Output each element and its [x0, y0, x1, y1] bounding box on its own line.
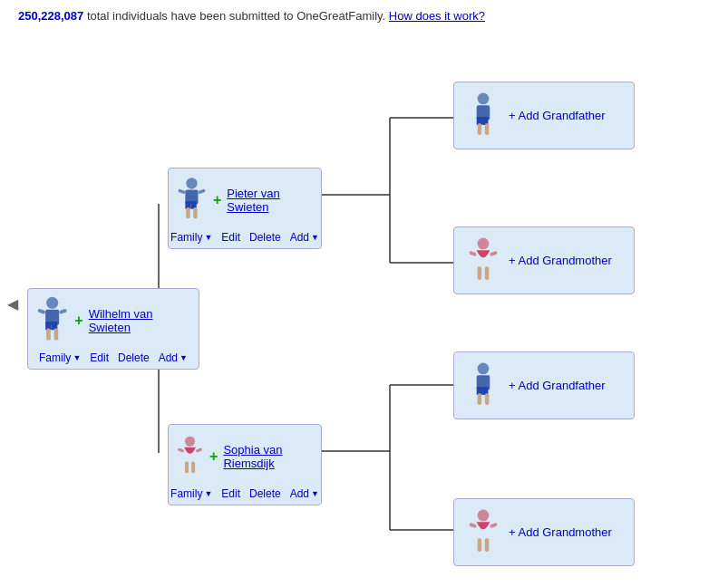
svg-rect-48 [485, 393, 490, 405]
wilhelm-figure [34, 294, 71, 347]
wilhelm-delete[interactable]: Delete [118, 351, 150, 364]
svg-point-19 [186, 178, 197, 188]
add-grandfather2-link[interactable]: + Add Grandfather [509, 379, 606, 392]
svg-rect-25 [178, 188, 186, 194]
family-tree: ◀ + Wilhelm van Swieten [0, 27, 728, 580]
svg-rect-42 [490, 250, 498, 255]
wilhelm-name[interactable]: Wilhelm van Swieten [89, 307, 191, 334]
pieter-card: + Pieter van Swieten Family ▼ Edit Delet… [168, 168, 322, 249]
add-grandmother2-box: + Add Grandmother [453, 498, 635, 566]
svg-rect-28 [185, 462, 189, 474]
sophia-edit[interactable]: Edit [221, 487, 240, 500]
individual-count: 250,228,087 [18, 9, 83, 23]
sophia-figure [174, 430, 206, 483]
add-grandmother1-link[interactable]: + Add Grandmother [509, 254, 612, 267]
pieter-family-dropdown[interactable]: Family ▼ [170, 231, 212, 244]
wilhelm-add-dropdown[interactable]: Add ▼ [159, 351, 188, 364]
grandmother2-figure [465, 506, 501, 559]
add-grandfather1-box: + Add Grandfather [453, 82, 635, 149]
svg-rect-24 [193, 207, 197, 218]
svg-rect-17 [37, 309, 45, 314]
svg-rect-52 [469, 522, 477, 527]
pieter-delete[interactable]: Delete [249, 231, 281, 244]
wilhelm-plus[interactable]: + [74, 313, 83, 329]
wilhelm-add-arrow: ▼ [180, 353, 188, 362]
pieter-edit[interactable]: Edit [221, 231, 240, 244]
svg-rect-29 [191, 462, 195, 474]
scroll-left-arrow[interactable]: ◀ [7, 295, 18, 313]
svg-rect-16 [54, 328, 59, 340]
svg-rect-36 [478, 123, 482, 135]
wilhelm-family-arrow: ▼ [73, 353, 81, 362]
add-grandfather1-link[interactable]: + Add Grandfather [509, 109, 606, 122]
grandmother1-figure [465, 235, 501, 287]
sophia-card-inner: + Sophia van Riemsdijk [169, 425, 321, 485]
svg-rect-26 [198, 188, 206, 194]
sophia-family-dropdown[interactable]: Family ▼ [170, 487, 212, 500]
add-grandmother2-link[interactable]: + Add Grandmother [509, 525, 612, 539]
svg-rect-50 [478, 538, 482, 552]
sophia-actions: Family ▼ Edit Delete Add ▼ [163, 485, 326, 505]
svg-rect-15 [46, 328, 51, 340]
pieter-add-dropdown[interactable]: Add ▼ [290, 231, 319, 244]
svg-point-38 [478, 237, 490, 249]
add-grandmother1-box: + Add Grandmother [453, 226, 635, 294]
pieter-name[interactable]: Pieter van Swieten [227, 187, 314, 214]
svg-rect-51 [485, 538, 490, 552]
pieter-actions: Family ▼ Edit Delete Add ▼ [163, 228, 326, 248]
sophia-card: + Sophia van Riemsdijk Family ▼ Edit Del… [168, 424, 322, 505]
svg-rect-31 [196, 447, 203, 452]
grandfather2-figure [465, 360, 501, 412]
sophia-add-arrow: ▼ [311, 489, 319, 498]
sophia-delete[interactable]: Delete [249, 487, 281, 500]
header-text: total individuals have been submitted to… [83, 9, 389, 23]
svg-point-11 [46, 297, 58, 309]
svg-rect-37 [485, 123, 490, 135]
svg-rect-53 [490, 522, 498, 527]
svg-point-32 [478, 92, 490, 104]
svg-point-27 [185, 437, 195, 447]
pieter-plus[interactable]: + [213, 192, 221, 208]
add-grandfather2-box: + Add Grandfather [453, 351, 635, 419]
svg-rect-23 [186, 207, 189, 218]
pieter-card-inner: + Pieter van Swieten [169, 168, 321, 228]
pieter-figure [174, 174, 209, 226]
svg-rect-47 [478, 393, 482, 405]
sophia-family-arrow: ▼ [204, 489, 212, 498]
sophia-name[interactable]: Sophia van Riemsdijk [223, 443, 314, 470]
sophia-plus[interactable]: + [209, 448, 218, 465]
wilhelm-family-dropdown[interactable]: Family ▼ [39, 351, 81, 364]
header: 250,228,087 total individuals have been … [0, 0, 728, 27]
wilhelm-edit[interactable]: Edit [90, 351, 109, 364]
wilhelm-card-inner: + Wilhelm van Swieten [28, 289, 199, 349]
how-it-works-link[interactable]: How does it work? [389, 9, 485, 23]
svg-rect-18 [59, 309, 67, 314]
svg-rect-40 [485, 266, 490, 280]
sophia-add-dropdown[interactable]: Add ▼ [290, 487, 319, 500]
svg-point-43 [478, 362, 490, 374]
svg-rect-41 [469, 250, 477, 255]
svg-rect-30 [178, 447, 185, 452]
wilhelm-actions: Family ▼ Edit Delete Add ▼ [32, 349, 195, 369]
wilhelm-card: + Wilhelm van Swieten Family ▼ Edit Dele… [27, 288, 199, 370]
pieter-add-arrow: ▼ [311, 233, 319, 242]
pieter-family-arrow: ▼ [204, 233, 212, 242]
grandfather1-figure [465, 90, 501, 142]
svg-rect-39 [478, 266, 482, 280]
svg-point-49 [478, 509, 490, 521]
